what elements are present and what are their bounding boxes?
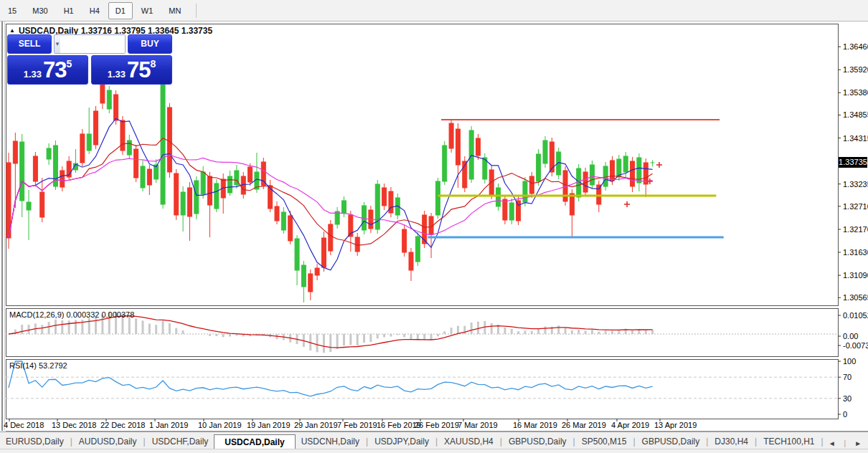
- date-tick-label: 10 Jan 2019: [198, 421, 242, 429]
- tab-scroll-right-icon[interactable]: ►: [850, 437, 866, 449]
- tab-eurusd-daily[interactable]: EURUSD,Daily: [0, 434, 70, 449]
- date-tick-label: 22 Dec 2018: [100, 421, 145, 429]
- tab-scroll-left-icon[interactable]: ◄: [824, 437, 840, 449]
- tab-usdjpy-daily[interactable]: USDJPY,Daily: [369, 434, 435, 449]
- date-tick-label: 26 Mar 2019: [562, 421, 606, 429]
- tab-xauusd-h4[interactable]: XAUUSD,H4: [438, 434, 499, 449]
- main-pane[interactable]: [6, 77, 724, 302]
- buy-price-main: 1.33: [108, 69, 126, 80]
- tab-usdcad-daily[interactable]: USDCAD,Daily: [214, 434, 295, 450]
- macd-pane-label: MACD(12,26,9) 0.000332 0.000378: [9, 310, 134, 319]
- volume-input[interactable]: [60, 35, 126, 53]
- current-price-tag: 1.33735: [839, 157, 867, 168]
- macd-title: MACD(12,26,9): [9, 310, 64, 319]
- date-tick-label: 19 Jan 2019: [247, 421, 291, 429]
- macd-tick-label: 0.010525: [843, 311, 868, 320]
- tab-gbpusd-daily-2[interactable]: GBPUSD,Daily: [636, 434, 706, 449]
- chart-tab-bar: EURUSD,Daily| AUDUSD,Daily| USDCHF,Daily…: [0, 431, 868, 449]
- buy-price-display[interactable]: 1.33 75 8: [91, 55, 172, 85]
- sell-price-big: 73: [43, 56, 66, 84]
- tab-usdchf-daily[interactable]: USDCHF,Daily: [146, 434, 214, 449]
- macd-tick-label: 0.00: [843, 332, 858, 340]
- date-tick-label: 13 Dec 2018: [52, 421, 96, 429]
- price-tick-label: 1.34315: [843, 134, 868, 143]
- macd-values: 0.000332 0.000378: [66, 310, 134, 319]
- price-tick-label: 1.31090: [843, 271, 868, 280]
- sell-price-main: 1.33: [24, 69, 42, 80]
- volume-spinner: ▼ ▲: [54, 34, 126, 54]
- rsi-tick-label: 0: [843, 410, 847, 419]
- sell-price-pip: 5: [67, 58, 72, 84]
- buy-price-pip: 8: [151, 58, 156, 84]
- price-tick-label: 1.35380: [843, 88, 868, 97]
- date-tick-label: 4 Apr 2019: [611, 421, 649, 429]
- rsi-tick-label: 100: [843, 357, 856, 366]
- buy-price-big: 75: [127, 56, 150, 84]
- tab-gbpusd-daily[interactable]: GBPUSD,Daily: [503, 434, 572, 449]
- tab-dj30-h4[interactable]: DJ30,H4: [709, 434, 754, 449]
- date-tick-label: 1 Jan 2019: [149, 421, 188, 429]
- status-strip: [0, 449, 868, 453]
- date-tick-label: 7 Mar 2019: [458, 421, 498, 429]
- sell-price-display[interactable]: 1.33 73 5: [7, 55, 88, 85]
- tab-sp500-m15[interactable]: SP500,M15: [576, 434, 633, 449]
- tab-tech100-h1[interactable]: TECH100,H1: [758, 434, 820, 449]
- date-tick-label: 29 Jan 2019: [294, 421, 338, 429]
- date-tick-label: 16 Mar 2019: [513, 421, 557, 429]
- one-click-trade-panel: SELL ▼ ▲ BUY 1.33 73 5 1.33 75 8: [7, 34, 172, 85]
- date-tick-label: 26 Feb 2019: [415, 421, 459, 429]
- date-tick-label: 7 Feb 2019: [337, 421, 377, 429]
- rsi-title: RSI(14): [9, 361, 37, 370]
- tab-usdcnh-daily[interactable]: USDCNH,Daily: [296, 434, 365, 449]
- price-tick-label: 1.34855: [843, 110, 868, 119]
- rsi-tick-label: 70: [843, 373, 852, 381]
- mt4-terminal: 15 M30 H1 H4 D1 W1 MN ▲USDCAD,Daily 1.33…: [0, 0, 868, 453]
- price-tick-label: 1.32170: [843, 225, 868, 234]
- sell-button[interactable]: SELL: [7, 34, 52, 54]
- date-tick-label: 4 Dec 2018: [4, 421, 44, 429]
- rsi-tick-label: 30: [843, 394, 852, 403]
- collapse-panel-icon[interactable]: ▲: [9, 27, 15, 34]
- tab-separator: |: [840, 437, 851, 449]
- rsi-pane[interactable]: [6, 361, 838, 399]
- volume-decrease-icon[interactable]: ▼: [55, 35, 60, 53]
- price-tick-label: 1.35920: [843, 65, 868, 74]
- macd-tick-label: -0.0073: [843, 341, 868, 350]
- buy-button[interactable]: BUY: [128, 34, 172, 54]
- rsi-value: 53.2792: [39, 361, 67, 370]
- price-tick-label: 1.30565: [843, 293, 868, 302]
- tab-audusd-daily[interactable]: AUDUSD,Daily: [73, 434, 143, 449]
- date-tick-label: 13 Apr 2019: [654, 421, 697, 429]
- price-tick-label: 1.36460: [843, 42, 868, 51]
- price-tick-label: 1.32710: [843, 202, 868, 211]
- price-tick-label: 1.31630: [843, 248, 868, 257]
- rsi-pane-label: RSI(14) 53.2792: [9, 361, 67, 370]
- price-tick-label: 1.33235: [843, 180, 868, 189]
